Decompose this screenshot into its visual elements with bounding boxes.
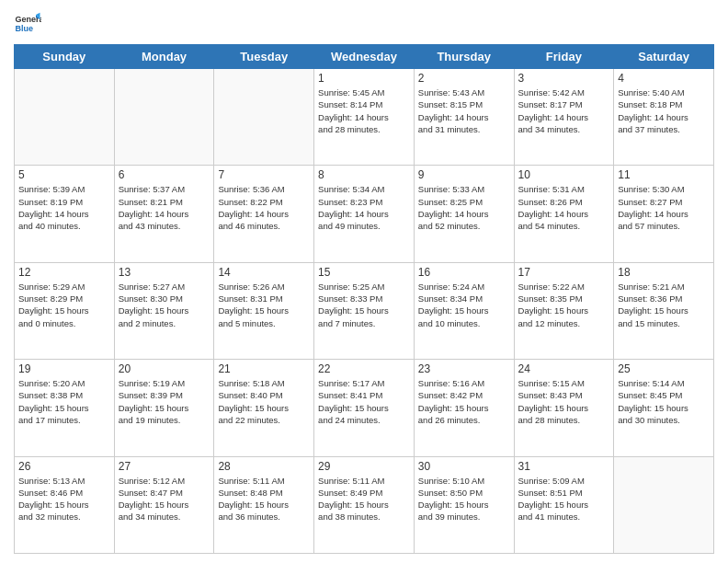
day-info-line: and 36 minutes. (218, 511, 310, 523)
day-info-line: Daylight: 15 hours (119, 402, 210, 414)
day-number: 27 (119, 460, 210, 473)
day-number: 18 (618, 266, 710, 279)
day-cell: 26Sunrise: 5:13 AMSunset: 8:46 PMDayligh… (15, 456, 115, 553)
day-info: Sunrise: 5:39 AMSunset: 8:19 PMDaylight:… (18, 183, 110, 232)
day-number: 14 (218, 266, 310, 279)
day-info-line: Sunrise: 5:17 AM (318, 377, 410, 389)
day-info-line: Sunrise: 5:12 AM (119, 475, 210, 487)
day-info-line: and 30 minutes. (618, 414, 710, 426)
day-info-line: and 5 minutes. (218, 317, 310, 329)
day-cell: 2Sunrise: 5:43 AMSunset: 8:15 PMDaylight… (414, 69, 514, 166)
day-info: Sunrise: 5:29 AMSunset: 8:29 PMDaylight:… (18, 281, 110, 329)
day-info: Sunrise: 5:18 AMSunset: 8:40 PMDaylight:… (218, 377, 310, 426)
day-info: Sunrise: 5:21 AMSunset: 8:36 PMDaylight:… (618, 281, 710, 329)
day-info-line: and 54 minutes. (518, 220, 610, 232)
day-info-line: Sunset: 8:33 PM (318, 293, 410, 304)
day-info-line: Sunset: 8:25 PM (418, 196, 510, 208)
day-info-line: Sunrise: 5:16 AM (418, 377, 510, 389)
day-info-line: and 43 minutes. (119, 220, 210, 232)
day-info: Sunrise: 5:30 AMSunset: 8:27 PMDaylight:… (618, 183, 710, 232)
day-cell: 29Sunrise: 5:11 AMSunset: 8:49 PMDayligh… (314, 456, 415, 553)
day-info-line: Sunset: 8:29 PM (18, 293, 110, 304)
logo-icon: General Blue (14, 9, 41, 37)
day-cell: 15Sunrise: 5:25 AMSunset: 8:33 PMDayligh… (314, 262, 415, 359)
day-number: 10 (518, 168, 610, 181)
day-info-line: Sunrise: 5:33 AM (418, 183, 510, 195)
week-row-1: 1Sunrise: 5:45 AMSunset: 8:14 PMDaylight… (15, 69, 714, 166)
day-info-line: Daylight: 14 hours (418, 111, 510, 123)
col-header-saturday: Saturday (614, 45, 714, 69)
day-info-line: Sunset: 8:19 PM (18, 196, 110, 208)
week-row-3: 12Sunrise: 5:29 AMSunset: 8:29 PMDayligh… (15, 262, 714, 359)
day-cell: 18Sunrise: 5:21 AMSunset: 8:36 PMDayligh… (614, 262, 714, 359)
day-cell: 1Sunrise: 5:45 AMSunset: 8:14 PMDaylight… (314, 69, 415, 166)
day-info-line: Daylight: 14 hours (318, 111, 410, 123)
day-number: 23 (418, 362, 510, 375)
day-info-line: and 46 minutes. (218, 220, 310, 232)
day-info-line: Sunrise: 5:45 AM (318, 86, 410, 98)
day-info-line: Sunrise: 5:29 AM (18, 281, 110, 293)
day-info: Sunrise: 5:11 AMSunset: 8:48 PMDaylight:… (218, 475, 310, 523)
col-header-monday: Monday (114, 45, 214, 69)
day-info-line: and 52 minutes. (418, 220, 510, 232)
day-info-line: and 34 minutes. (119, 511, 210, 523)
week-row-4: 19Sunrise: 5:20 AMSunset: 8:38 PMDayligh… (15, 360, 714, 456)
day-info-line: Sunset: 8:49 PM (318, 487, 410, 499)
header: General Blue (14, 9, 714, 37)
week-row-5: 26Sunrise: 5:13 AMSunset: 8:46 PMDayligh… (15, 456, 714, 553)
day-info: Sunrise: 5:14 AMSunset: 8:45 PMDaylight:… (618, 377, 710, 426)
day-cell: 31Sunrise: 5:09 AMSunset: 8:51 PMDayligh… (514, 456, 614, 553)
day-cell: 9Sunrise: 5:33 AMSunset: 8:25 PMDaylight… (414, 166, 514, 262)
day-info-line: Daylight: 15 hours (518, 499, 610, 511)
day-info-line: Daylight: 15 hours (518, 402, 610, 414)
day-info-line: Daylight: 14 hours (518, 111, 610, 123)
day-info-line: Sunrise: 5:24 AM (418, 281, 510, 293)
day-info-line: Sunrise: 5:19 AM (119, 377, 210, 389)
day-info: Sunrise: 5:25 AMSunset: 8:33 PMDaylight:… (318, 281, 410, 329)
svg-text:Blue: Blue (16, 24, 34, 33)
day-info-line: Sunrise: 5:36 AM (218, 183, 310, 195)
day-info: Sunrise: 5:13 AMSunset: 8:46 PMDaylight:… (18, 475, 110, 523)
day-info-line: and 40 minutes. (18, 220, 110, 232)
day-info-line: Sunrise: 5:22 AM (518, 281, 610, 293)
day-info-line: Sunrise: 5:13 AM (18, 475, 110, 487)
col-header-friday: Friday (514, 45, 614, 69)
day-info-line: and 22 minutes. (218, 414, 310, 426)
day-info-line: Daylight: 14 hours (318, 208, 410, 220)
day-info-line: and 57 minutes. (618, 220, 710, 232)
day-info: Sunrise: 5:22 AMSunset: 8:35 PMDaylight:… (518, 281, 610, 329)
day-info-line: Sunset: 8:17 PM (518, 98, 610, 110)
day-number: 4 (618, 72, 710, 85)
day-info-line: Sunrise: 5:18 AM (218, 377, 310, 389)
day-info-line: Daylight: 14 hours (518, 208, 610, 220)
day-info-line: Sunset: 8:14 PM (318, 98, 410, 110)
day-info-line: Sunset: 8:22 PM (218, 196, 310, 208)
day-info: Sunrise: 5:40 AMSunset: 8:18 PMDaylight:… (618, 86, 710, 135)
day-number: 21 (218, 362, 310, 375)
day-info-line: and 32 minutes. (18, 511, 110, 523)
day-info-line: and 49 minutes. (318, 220, 410, 232)
day-info: Sunrise: 5:15 AMSunset: 8:43 PMDaylight:… (518, 377, 610, 426)
col-header-wednesday: Wednesday (314, 45, 415, 69)
day-info-line: Daylight: 15 hours (119, 304, 210, 316)
header-row: SundayMondayTuesdayWednesdayThursdayFrid… (15, 45, 714, 69)
day-cell: 13Sunrise: 5:27 AMSunset: 8:30 PMDayligh… (114, 262, 214, 359)
day-info-line: Sunrise: 5:37 AM (119, 183, 210, 195)
day-info-line: Sunrise: 5:42 AM (518, 86, 610, 98)
day-cell: 17Sunrise: 5:22 AMSunset: 8:35 PMDayligh… (514, 262, 614, 359)
day-info: Sunrise: 5:11 AMSunset: 8:49 PMDaylight:… (318, 475, 410, 523)
day-info-line: and 28 minutes. (318, 123, 410, 135)
day-info: Sunrise: 5:33 AMSunset: 8:25 PMDaylight:… (418, 183, 510, 232)
day-info-line: Sunset: 8:48 PM (218, 487, 310, 499)
day-cell: 24Sunrise: 5:15 AMSunset: 8:43 PMDayligh… (514, 360, 614, 456)
day-number: 9 (418, 168, 510, 181)
day-info-line: Daylight: 14 hours (418, 208, 510, 220)
day-cell: 8Sunrise: 5:34 AMSunset: 8:23 PMDaylight… (314, 166, 415, 262)
day-info-line: Sunset: 8:23 PM (318, 196, 410, 208)
day-info-line: Sunrise: 5:14 AM (618, 377, 710, 389)
day-number: 30 (418, 460, 510, 473)
day-info-line: and 2 minutes. (119, 317, 210, 329)
day-info-line: Sunset: 8:30 PM (119, 293, 210, 304)
day-cell: 22Sunrise: 5:17 AMSunset: 8:41 PMDayligh… (314, 360, 415, 456)
day-info-line: Sunrise: 5:39 AM (18, 183, 110, 195)
